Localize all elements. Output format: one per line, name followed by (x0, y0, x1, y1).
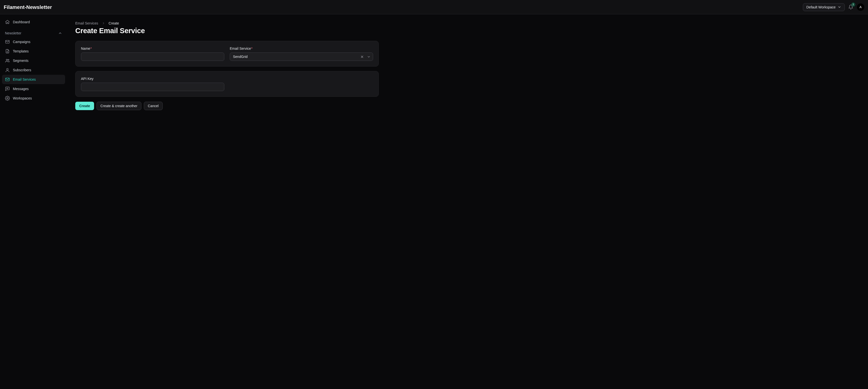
sidebar: Dashboard Newsletter Campaigns Templates (0, 14, 67, 389)
breadcrumb: Email Services Create (75, 21, 379, 25)
sidebar-item-label: Segments (13, 59, 28, 63)
clear-select-button[interactable] (359, 54, 365, 60)
envelope-open-icon (5, 77, 10, 82)
name-label-text: Name (81, 46, 90, 51)
service-label: Email Service* (230, 46, 373, 51)
svg-point-1 (6, 59, 7, 60)
form-card-secondary: API Key (75, 71, 379, 97)
avatar[interactable]: A (857, 3, 864, 11)
sidebar-item-campaigns[interactable]: Campaigns (2, 37, 65, 46)
sidebar-item-email-services[interactable]: Email Services (2, 75, 65, 84)
name-field-wrapper: Name* (81, 46, 224, 61)
workspace-label: Default Workspace (806, 5, 836, 9)
x-icon (360, 55, 364, 59)
sidebar-item-workspaces[interactable]: Workspaces (2, 94, 65, 103)
form-card-primary: Name* Email Service* SendGrid (75, 41, 379, 67)
sidebar-item-dashboard[interactable]: Dashboard (2, 17, 65, 27)
sidebar-group-label: Newsletter (5, 31, 21, 35)
form-actions: Create Create & create another Cancel (75, 102, 379, 110)
chevron-down-icon (838, 5, 841, 9)
sidebar-item-label: Messages (13, 87, 29, 91)
service-label-text: Email Service (230, 46, 251, 51)
chat-icon (5, 86, 10, 91)
svg-rect-4 (6, 78, 9, 81)
sidebar-item-label: Workspaces (13, 96, 32, 100)
email-service-select[interactable]: SendGrid (230, 53, 373, 61)
api-key-input[interactable] (81, 83, 224, 91)
sidebar-item-label: Dashboard (13, 20, 30, 24)
sidebar-item-templates[interactable]: Templates (2, 46, 65, 56)
api-key-field-wrapper: API Key (81, 77, 224, 91)
sidebar-item-messages[interactable]: Messages (2, 84, 65, 94)
users-icon (5, 58, 10, 63)
api-key-label: API Key (81, 77, 224, 81)
topbar-right: Default Workspace 0 A (803, 3, 864, 11)
svg-point-5 (7, 98, 8, 99)
workspace-switcher[interactable]: Default Workspace (803, 3, 845, 11)
sidebar-item-label: Templates (13, 49, 29, 53)
chevron-down-icon (367, 55, 371, 59)
create-another-button[interactable]: Create & create another (97, 102, 142, 110)
sidebar-item-label: Subscribers (13, 68, 31, 72)
sidebar-item-label: Campaigns (13, 40, 30, 44)
breadcrumb-current: Create (109, 21, 119, 25)
notification-badge: 0 (851, 3, 855, 6)
select-dropdown-toggle[interactable] (366, 54, 372, 60)
cancel-button[interactable]: Cancel (144, 102, 163, 110)
required-asterisk: * (90, 46, 92, 51)
app-title: Filament-Newsletter (4, 4, 52, 10)
sidebar-item-segments[interactable]: Segments (2, 56, 65, 65)
chevron-up-icon (58, 31, 62, 35)
document-icon (5, 49, 10, 54)
sidebar-item-label: Email Services (13, 77, 36, 82)
gear-icon (5, 96, 10, 101)
create-button[interactable]: Create (75, 102, 94, 110)
topbar: Filament-Newsletter Default Workspace 0 … (0, 0, 868, 14)
name-label: Name* (81, 46, 224, 51)
email-service-selected-value: SendGrid (233, 55, 248, 59)
service-field-wrapper: Email Service* SendGrid (230, 46, 373, 61)
svg-point-3 (7, 68, 8, 70)
sidebar-group-newsletter[interactable]: Newsletter (2, 27, 65, 37)
breadcrumb-root-link[interactable]: Email Services (75, 21, 98, 25)
envelope-icon (5, 39, 10, 44)
page-title: Create Email Service (75, 27, 379, 35)
svg-point-2 (8, 59, 9, 60)
svg-rect-0 (6, 40, 9, 43)
required-asterisk: * (251, 46, 252, 51)
home-icon (5, 20, 10, 25)
name-input[interactable] (81, 53, 224, 61)
user-icon (5, 68, 10, 72)
chevron-right-icon (102, 22, 105, 25)
sidebar-item-subscribers[interactable]: Subscribers (2, 65, 65, 75)
main-content: Email Services Create Create Email Servi… (67, 14, 387, 389)
notifications-button[interactable]: 0 (847, 3, 855, 11)
avatar-initial: A (859, 5, 862, 9)
